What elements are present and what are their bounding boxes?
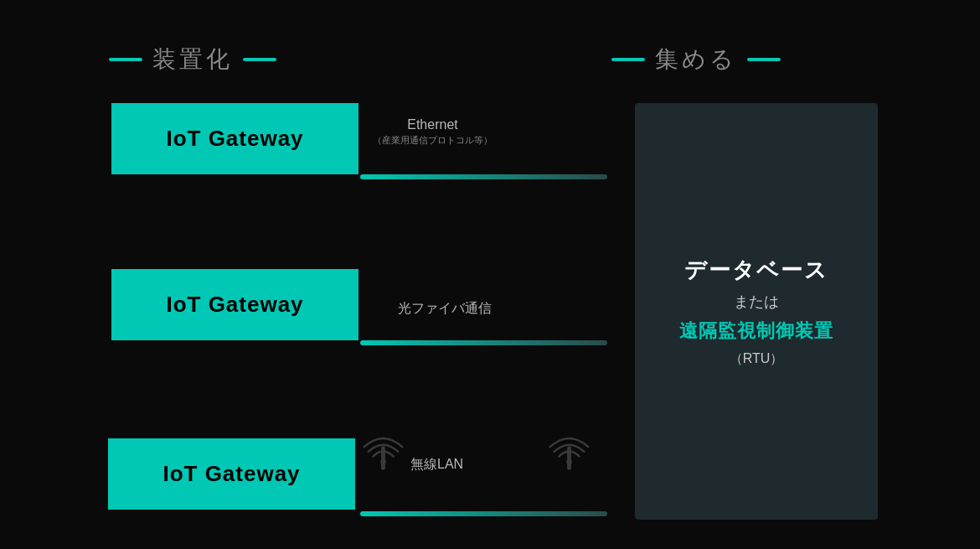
- connection-label-ethernet: Ethernet （産業用通信プロトコル等）: [373, 117, 493, 147]
- connection-line-3: [360, 511, 607, 516]
- connection-label-wireless: 無線LAN: [410, 456, 463, 475]
- svg-rect-2: [567, 446, 571, 469]
- database-rtu: （RTU）: [730, 350, 784, 368]
- header-dash-left-1: [109, 58, 142, 61]
- header-right: 集める: [611, 44, 781, 75]
- svg-rect-0: [381, 446, 385, 469]
- connection-main-3: 無線LAN: [410, 456, 463, 474]
- header-left: 装置化: [109, 44, 276, 75]
- svg-point-1: [380, 459, 386, 465]
- connection-line-2: [360, 340, 607, 345]
- connection-line-1: [360, 174, 607, 179]
- header-dash-right-2: [747, 58, 781, 61]
- header-dash-right-1: [611, 58, 645, 61]
- database-title: データベース: [684, 256, 828, 285]
- gateway-label-2: IoT Gateway: [166, 292, 303, 318]
- database-box: データベース または 遠隔監視制御装置 （RTU）: [635, 103, 878, 520]
- gateway-label-3: IoT Gateway: [162, 461, 300, 487]
- gateway-box-3: IoT Gateway: [108, 438, 355, 510]
- connection-sub-1: （産業用通信プロトコル等）: [373, 134, 493, 147]
- header-right-label: 集める: [655, 44, 737, 75]
- header-dash-left-2: [243, 58, 276, 61]
- svg-point-3: [566, 459, 572, 465]
- database-subtitle: 遠隔監視制御装置: [679, 319, 833, 344]
- gateway-box-1: IoT Gateway: [111, 103, 358, 174]
- header-left-label: 装置化: [152, 44, 233, 75]
- wifi-icon-left: [360, 426, 406, 484]
- connection-main-2: 光ファイバ通信: [398, 300, 492, 318]
- database-or: または: [734, 292, 779, 312]
- connection-main-1: Ethernet: [373, 117, 493, 132]
- gateway-label-1: IoT Gateway: [166, 126, 303, 152]
- connection-label-fiber: 光ファイバ通信: [398, 300, 492, 319]
- wifi-icon-right: [546, 426, 592, 484]
- gateway-box-2: IoT Gateway: [111, 269, 358, 340]
